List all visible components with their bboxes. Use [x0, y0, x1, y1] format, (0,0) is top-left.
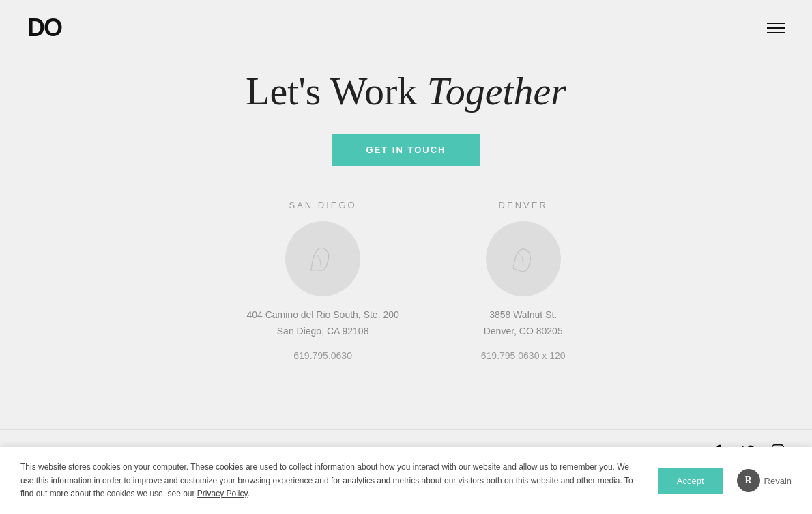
denver-label: DENVER [499, 200, 548, 210]
san-diego-map [285, 221, 360, 296]
denver-address-line2: Denver, CO 80205 [484, 324, 563, 340]
san-diego-label: SAN DIEGO [289, 200, 356, 210]
cookie-accept-button[interactable]: Accept [658, 468, 723, 494]
denver-map-svg [503, 238, 544, 279]
san-diego-map-svg [302, 238, 343, 279]
denver-map [486, 221, 561, 296]
privacy-policy-link[interactable]: Privacy Policy [197, 489, 248, 498]
main-content: Let's Work Together GET IN TOUCH SAN DIE… [0, 56, 812, 429]
hero-title: Let's Work Together [246, 70, 566, 113]
san-diego-address-line2: San Diego, CA 92108 [246, 324, 398, 340]
denver-address-line1: 3858 Walnut St. [484, 307, 563, 324]
hero-title-text: Let's Work [246, 69, 427, 113]
san-diego-address-line1: 404 Camino del Rio South, Ste. 200 [246, 307, 398, 324]
hamburger-line-3 [767, 32, 785, 33]
cookie-message: This website stores cookies on your comp… [20, 461, 644, 500]
location-denver: DENVER 3858 Walnut St. Denver, CO 80205 … [481, 200, 566, 362]
cookie-banner: This website stores cookies on your comp… [0, 447, 812, 514]
revain-brand-name: Revain [764, 476, 792, 486]
site-header: DO [0, 0, 812, 56]
san-diego-phone: 619.795.0630 [293, 350, 352, 361]
hamburger-line-2 [767, 27, 785, 29]
hamburger-menu-button[interactable] [767, 23, 785, 33]
location-san-diego: SAN DIEGO 404 Camino del Rio South, Ste.… [246, 200, 398, 362]
denver-address: 3858 Walnut St. Denver, CO 80205 [484, 307, 563, 340]
revain-branding: R Revain [737, 469, 792, 492]
cookie-content: This website stores cookies on your comp… [20, 461, 644, 500]
get-in-touch-button[interactable]: GET IN TOUCH [332, 134, 480, 166]
locations-section: SAN DIEGO 404 Camino del Rio South, Ste.… [27, 200, 785, 362]
site-logo[interactable]: DO [27, 14, 61, 42]
hero-title-italic: Together [427, 69, 566, 113]
denver-phone: 619.795.0630 x 120 [481, 350, 566, 361]
hamburger-line-1 [767, 23, 785, 24]
revain-logo-icon: R [737, 469, 760, 492]
san-diego-address: 404 Camino del Rio South, Ste. 200 San D… [246, 307, 398, 340]
